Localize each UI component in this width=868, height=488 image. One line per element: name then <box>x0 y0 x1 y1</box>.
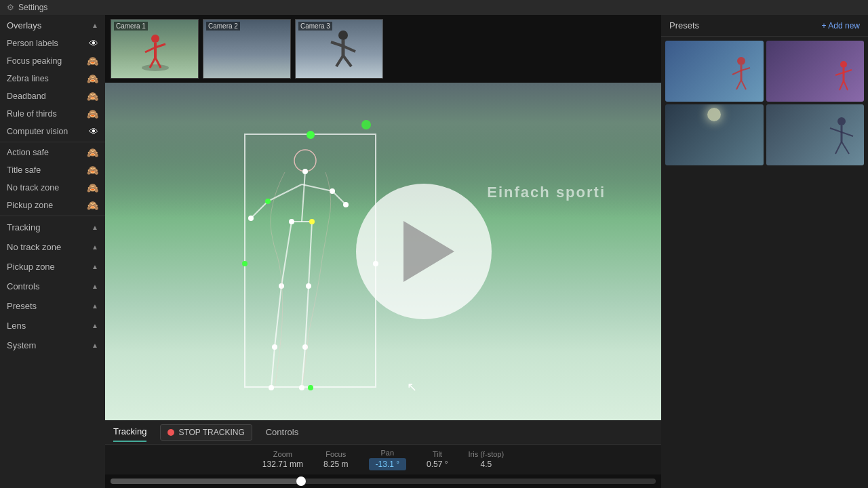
preset-2-figure <box>830 58 857 98</box>
focus-value: 8.25 m <box>323 460 349 469</box>
pickup-zone-chevron-icon: ▲ <box>92 263 98 270</box>
play-button[interactable] <box>356 184 492 319</box>
preset-thumb-2[interactable] <box>766 41 865 102</box>
sidebar: Overlays ▲ Person labels 👁 Focus peaking… <box>0 15 105 488</box>
pan-label: Pan <box>381 449 395 457</box>
focus-peaking-visibility-icon[interactable]: 🙈 <box>87 56 98 66</box>
stop-tracking-label: STOP TRACKING <box>178 428 244 437</box>
sidebar-item-no-track-zone[interactable]: No track zone 🙈 <box>0 179 105 197</box>
timeline-progress <box>111 479 301 484</box>
svg-line-42 <box>732 70 741 75</box>
tab-tracking[interactable]: Tracking <box>113 422 146 442</box>
camera-settings-row: Zoom 132.71 mm Focus 8.25 m Pan -13.1 ° … <box>105 445 661 474</box>
zoom-value: 132.71 mm <box>262 460 303 469</box>
presets-section-label: Presets <box>7 301 37 311</box>
svg-line-9 <box>331 42 343 46</box>
preset-thumb-4[interactable] <box>766 104 865 165</box>
zoom-setting: Zoom 132.71 mm <box>262 450 303 469</box>
timeline-bar[interactable] <box>105 474 661 488</box>
action-safe-visibility-icon[interactable]: 🙈 <box>87 147 98 158</box>
sidebar-item-action-safe[interactable]: Action safe 🙈 <box>0 144 105 161</box>
camera-2-figure <box>231 37 264 71</box>
overlays-label: Overlays <box>7 20 41 30</box>
camera-1-figure <box>121 30 189 75</box>
sidebar-item-computer-vision[interactable]: Computer vision 👁 <box>0 123 105 140</box>
rule-of-thirds-label: Rule of thirds <box>7 109 57 119</box>
pickup-zone-label: Pickup zone <box>7 201 53 210</box>
video-area[interactable]: Einfach sporti <box>105 83 661 420</box>
zoom-label: Zoom <box>273 450 292 458</box>
svg-point-52 <box>837 117 846 125</box>
timeline-track[interactable] <box>111 479 656 484</box>
stop-tracking-button[interactable]: STOP TRACKING <box>160 424 252 441</box>
action-safe-label: Action safe <box>7 148 49 157</box>
pickup-zone-visibility-icon[interactable]: 🙈 <box>87 200 98 211</box>
play-triangle-icon <box>403 221 454 282</box>
tracking-section-label: Tracking <box>7 222 40 232</box>
system-section-label: System <box>7 340 36 350</box>
sidebar-item-focus-peaking[interactable]: Focus peaking 🙈 <box>0 52 105 70</box>
controls-chevron-icon: ▲ <box>92 283 98 290</box>
sidebar-section-presets[interactable]: Presets ▲ <box>0 296 105 316</box>
camera-thumb-3[interactable]: Camera 3 <box>295 19 383 79</box>
no-track-zone-visibility-icon[interactable]: 🙈 <box>87 182 98 193</box>
controls-section-label: Controls <box>7 281 39 291</box>
deadband-visibility-icon[interactable]: 🙈 <box>87 91 98 102</box>
person-labels-visibility-icon[interactable]: 👁 <box>89 38 98 49</box>
sidebar-section-pickup-zone[interactable]: Pickup zone ▲ <box>0 257 105 277</box>
svg-line-55 <box>842 132 853 136</box>
svg-line-54 <box>830 128 842 132</box>
sidebar-section-system[interactable]: System ▲ <box>0 336 105 355</box>
overlays-section-header[interactable]: Overlays ▲ <box>0 15 105 35</box>
presets-grid <box>661 37 868 169</box>
svg-point-1 <box>151 35 159 43</box>
main-area: Overlays ▲ Person labels 👁 Focus peaking… <box>0 15 868 488</box>
sidebar-item-person-labels[interactable]: Person labels 👁 <box>0 35 105 52</box>
sidebar-section-controls[interactable]: Controls ▲ <box>0 277 105 296</box>
settings-icon: ⚙ <box>7 3 14 12</box>
sidebar-item-rule-of-thirds[interactable]: Rule of thirds 🙈 <box>0 105 105 123</box>
focus-setting: Focus 8.25 m <box>323 450 349 469</box>
bottom-bar: Tracking STOP TRACKING Controls Zoom 132… <box>105 420 661 474</box>
svg-line-45 <box>741 80 746 89</box>
camera-thumb-1[interactable]: Camera 1 <box>111 19 199 79</box>
svg-line-48 <box>835 73 844 75</box>
tilt-value: 0.57 ° <box>427 460 448 469</box>
svg-line-12 <box>343 56 351 66</box>
tilt-setting: Tilt 0.57 ° <box>427 450 448 469</box>
sidebar-item-pickup-zone[interactable]: Pickup zone 🙈 <box>0 197 105 214</box>
focus-label: Focus <box>326 450 346 458</box>
focus-peaking-label: Focus peaking <box>7 56 62 66</box>
title-bar-text: Settings <box>18 3 47 12</box>
pan-value: -13.1 ° <box>369 458 406 470</box>
computer-vision-label: Computer vision <box>7 127 68 136</box>
sidebar-section-lens[interactable]: Lens ▲ <box>0 316 105 336</box>
lens-section-label: Lens <box>7 321 26 331</box>
preset-1-figure <box>724 54 758 98</box>
computer-vision-visibility-icon[interactable]: 👁 <box>89 126 98 137</box>
svg-point-46 <box>840 61 847 68</box>
preset-thumb-1[interactable] <box>665 41 764 102</box>
sidebar-section-no-track-zone[interactable]: No track zone ▲ <box>0 237 105 257</box>
divider-1 <box>0 142 105 142</box>
tab-controls[interactable]: Controls <box>266 423 298 441</box>
sidebar-item-title-safe[interactable]: Title safe 🙈 <box>0 161 105 179</box>
sidebar-section-tracking[interactable]: Tracking ▲ <box>0 218 105 237</box>
title-safe-label: Title safe <box>7 165 41 175</box>
timeline-handle[interactable] <box>296 476 306 486</box>
svg-line-10 <box>343 46 355 52</box>
sidebar-item-deadband[interactable]: Deadband 🙈 <box>0 87 105 105</box>
camera-3-figure <box>316 27 370 75</box>
camera-thumb-2[interactable]: Camera 2 <box>203 19 291 79</box>
zebra-lines-label: Zebra lines <box>7 74 49 83</box>
preset-thumb-3[interactable] <box>665 104 764 165</box>
overlays-chevron-icon: ▲ <box>92 22 98 29</box>
rule-of-thirds-visibility-icon[interactable]: 🙈 <box>87 108 98 119</box>
title-safe-visibility-icon[interactable]: 🙈 <box>87 165 98 176</box>
add-new-button[interactable]: + Add new <box>822 21 860 30</box>
zebra-lines-visibility-icon[interactable]: 🙈 <box>87 73 98 84</box>
tilt-label: Tilt <box>433 450 442 458</box>
person-labels-label: Person labels <box>7 39 58 48</box>
sidebar-item-zebra-lines[interactable]: Zebra lines 🙈 <box>0 70 105 87</box>
preset-4-figure <box>823 115 861 162</box>
